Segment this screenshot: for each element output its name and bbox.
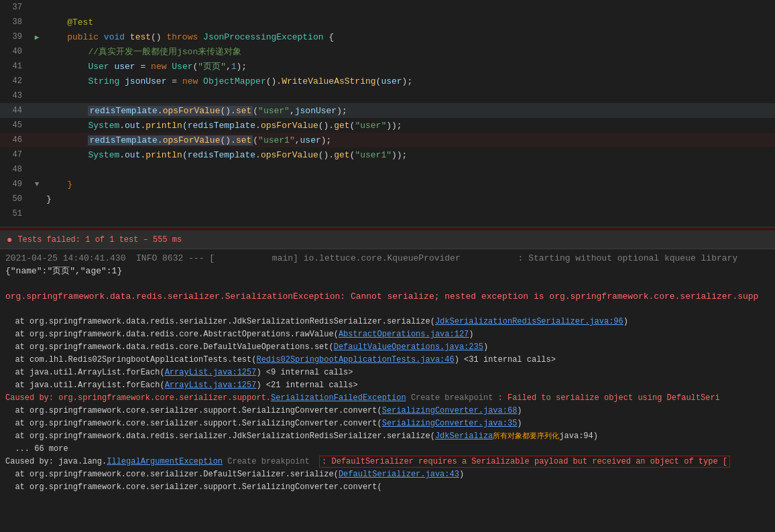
link-jdk-serialize[interactable]: JdkSerializationRedisSerializer.java:96 — [435, 317, 623, 326]
stack-line-10: at org.springframework.core.serializer.D… — [5, 468, 770, 481]
code-line-45: 45 System.out.println(redisTemplate.opsF… — [0, 118, 775, 133]
console-line-blank1 — [5, 277, 770, 290]
code-line-41: 41 User user = new User("页页",1); — [0, 59, 775, 74]
link-illegal-arg[interactable]: IllegalArgumentException — [107, 457, 223, 466]
code-line-44: 44 redisTemplate.opsForValue().set("user… — [0, 103, 775, 118]
code-line-42: 42 String jsonUser = new ObjectMapper().… — [0, 74, 775, 88]
stack-line-1: at org.springframework.data.redis.serial… — [5, 316, 770, 328]
link-serialization-failed[interactable]: SerializationFailedException — [271, 393, 406, 403]
caused-by-line-2: Caused by: java.lang.IllegalArgumentExce… — [5, 456, 770, 468]
code-line-40: 40 //真实开发一般都使用json来传递对象 — [0, 44, 775, 59]
link-default-value[interactable]: DefaultValueOperations.java:235 — [334, 342, 483, 352]
bottom-panel: ● Tests failed: 1 of 1 test – 555 ms 202… — [0, 230, 775, 532]
stack-line-11: at org.springframework.core.serializer.s… — [5, 481, 770, 494]
stack-line-5: at java.util.ArrayList.forEach(ArrayList… — [5, 367, 770, 379]
code-line-51: 51 — [0, 206, 775, 221]
stack-line-6: at java.util.ArrayList.forEach(ArrayList… — [5, 379, 770, 392]
link-test-class[interactable]: Redis02SpringbootApplicationTests.java:4… — [256, 355, 454, 364]
code-line-50: 50 } — [0, 192, 775, 206]
code-line-48: 48 — [0, 162, 775, 177]
stack-line-3: at org.springframework.data.redis.core.D… — [5, 341, 770, 354]
code-line-49: 49 ▼ } — [0, 177, 775, 192]
stack-line-7: at org.springframework.core.serializer.s… — [5, 405, 770, 417]
fold-marker[interactable]: ▼ — [35, 180, 40, 188]
console-output[interactable]: 2021-04-25 14:40:41.430 INFO 8632 --- [ … — [0, 249, 775, 532]
test-status: Tests failed: 1 of 1 test – 555 ms — [17, 235, 182, 245]
run-marker[interactable]: ▶ — [35, 33, 40, 42]
console-line-json: {"name":"页页","age":1} — [5, 265, 770, 277]
stack-line-2: at org.springframework.data.redis.core.A… — [5, 328, 770, 341]
code-line-37: 37 — [0, 0, 775, 15]
link-default-serializer[interactable]: DefaultSerializer.java:43 — [339, 470, 459, 479]
link-abstract-ops[interactable]: AbstractOperations.java:127 — [339, 330, 469, 339]
link-jdk-serialize-2[interactable]: JdkSerializa — [435, 431, 493, 441]
code-line-46: 46 redisTemplate.opsForValue().set("user… — [0, 133, 775, 147]
link-serializing-1[interactable]: SerializingConverter.java:68 — [382, 406, 518, 415]
stack-line-4: at com.lhl.Redis02SpringbootApplicationT… — [5, 354, 770, 367]
console-line-blank2 — [5, 303, 770, 316]
link-array-list-1[interactable]: ArrayList.java:1257 — [165, 368, 257, 377]
code-line-39: 39 ▶ public void test() throws JsonProce… — [0, 29, 775, 44]
error-icon: ● — [7, 235, 12, 245]
link-serializing-2[interactable]: SerializingConverter.java:35 — [382, 419, 518, 428]
code-line-38: 38 @Test — [0, 15, 775, 29]
code-editor: 37 38 @Test 39 ▶ public void test() thro… — [0, 0, 775, 228]
code-line-47: 47 System.out.println(redisTemplate.opsF… — [0, 147, 775, 162]
stack-line-more: ... 66 more — [5, 443, 770, 456]
link-array-list-2[interactable]: ArrayList.java:1257 — [165, 381, 257, 390]
stack-line-9: at org.springframework.data.redis.serial… — [5, 430, 770, 443]
console-line-info: 2021-04-25 14:40:41.430 INFO 8632 --- [ … — [5, 252, 770, 265]
code-line-43: 43 — [0, 88, 775, 103]
console-line-exception-main: org.springframework.data.redis.serialize… — [5, 290, 770, 303]
caused-by-line-1: Caused by: org.springframework.core.seri… — [5, 392, 770, 405]
stack-line-8: at org.springframework.core.serializer.s… — [5, 417, 770, 430]
test-header: ● Tests failed: 1 of 1 test – 555 ms — [0, 230, 775, 249]
